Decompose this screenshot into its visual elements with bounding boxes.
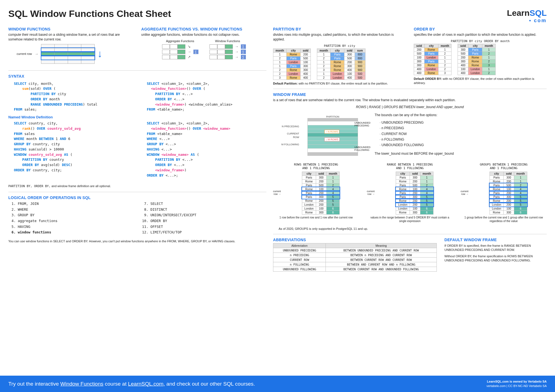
named-note: PARTITION BY, ORDER BY, PARTITION BY, OR… xyxy=(8,184,266,189)
wf-heading: WINDOW FUNCTIONS xyxy=(8,27,133,31)
agg-heading: AGGREGATE FUNCTIONS VS. WINDOW FUNCTIONS xyxy=(141,27,266,31)
named-code-2: SELECT <column_1>, <column_2>, <window_f… xyxy=(141,121,266,178)
syntax-code-2: SELECT <column_1>, <column_2>, <window_f… xyxy=(141,81,266,113)
named-code-1: SELECT country, city, rank() OVER countr… xyxy=(8,121,133,173)
footer: Try out the interactive Window Functions… xyxy=(0,376,555,392)
frame-bounds-diagram: N PRECEDING CURRENT ROW M FOLLOWING PART… xyxy=(281,113,547,158)
abbr-heading: ABBREVIATIONS xyxy=(273,238,437,242)
logo: LearnSQL • com xyxy=(507,8,547,24)
order-list: FROM, JOINWHEREGROUP BYaggregate functio… xyxy=(8,201,266,235)
partition-heading: PARTITION BY xyxy=(273,27,406,31)
order-heading: LOGICAL ORDER OF OPERATIONS IN SQL xyxy=(8,195,266,200)
orderby-tables: soldcitymonth200Rome1500Paris2100London1… xyxy=(414,44,547,75)
page-title: SQL Window Functions Cheat Sheet xyxy=(8,8,171,19)
sliding-window-diagram: current row → ↓ xyxy=(17,44,133,64)
default-frame-heading: DEFAULT WINDOW FRAME xyxy=(445,238,547,242)
wf-desc: compute their result based on a sliding … xyxy=(8,32,133,42)
named-heading: Named Window Definition xyxy=(8,115,266,119)
agg-desc: unlike aggregate functions, window funct… xyxy=(141,32,266,37)
syntax-heading: SYNTAX xyxy=(8,74,266,78)
orderby-heading: ORDER BY xyxy=(414,27,547,31)
footer-link-course[interactable]: Window Functions xyxy=(60,381,103,387)
order-note: You can use window functions in SELECT a… xyxy=(8,239,266,243)
agg-vs-window-diagram: Aggregate Functions ↘ →∑ ↗ Window Functi… xyxy=(141,39,266,60)
frame-heading: WINDOW FRAME xyxy=(273,92,547,97)
partition-tables: monthcitysold1Rome2002Paris5001London100… xyxy=(273,49,406,80)
syntax-code-1: SELECT city, month, sum(sold) OVER ( PAR… xyxy=(8,81,133,113)
footer-link-site[interactable]: LearnSQL.com xyxy=(128,381,163,387)
abbr-table: AbbreviationMeaningUNBOUNDED PRECEDINGBE… xyxy=(273,243,437,272)
frame-examples: ROWS BETWEEN 1 PRECEDING AND 1 FOLLOWING… xyxy=(273,163,547,223)
